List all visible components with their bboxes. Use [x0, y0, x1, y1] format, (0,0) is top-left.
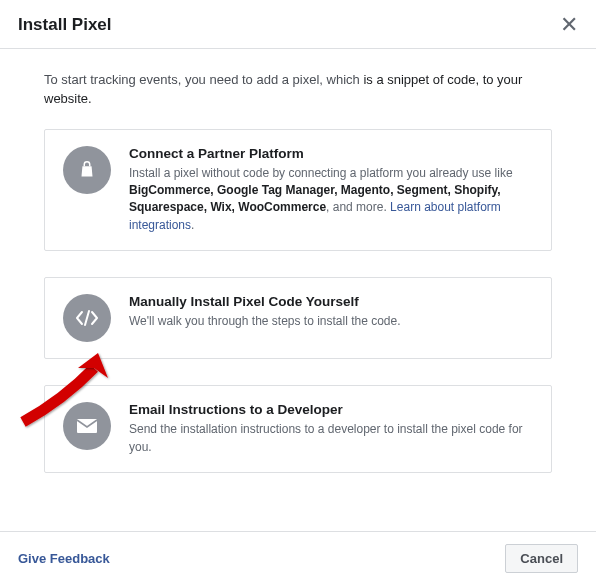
intro-pre: To start tracking events, you need to ad… — [44, 72, 363, 87]
cancel-button[interactable]: Cancel — [505, 544, 578, 573]
card-text: Connect a Partner Platform Install a pix… — [129, 146, 533, 235]
card-title: Email Instructions to a Developer — [129, 402, 533, 417]
install-pixel-modal: Install Pixel ✕ To start tracking events… — [0, 0, 596, 585]
code-icon — [63, 294, 111, 342]
modal-footer: Give Feedback Cancel — [0, 531, 596, 585]
modal-body-scroll[interactable]: To start tracking events, you need to ad… — [0, 49, 596, 531]
modal-header: Install Pixel ✕ — [0, 0, 596, 49]
card-title: Connect a Partner Platform — [129, 146, 533, 161]
envelope-icon — [63, 402, 111, 450]
card-text: Email Instructions to a Developer Send t… — [129, 402, 533, 456]
modal-body: To start tracking events, you need to ad… — [0, 49, 588, 519]
modal-title: Install Pixel — [18, 15, 112, 35]
close-icon[interactable]: ✕ — [560, 14, 578, 36]
card-desc: We'll walk you through the steps to inst… — [129, 313, 533, 330]
bag-icon — [63, 146, 111, 194]
give-feedback-link[interactable]: Give Feedback — [18, 551, 110, 566]
svg-rect-0 — [77, 419, 97, 433]
option-partner-platform[interactable]: Connect a Partner Platform Install a pix… — [44, 129, 552, 252]
card-title: Manually Install Pixel Code Yourself — [129, 294, 533, 309]
option-email-developer[interactable]: Email Instructions to a Developer Send t… — [44, 385, 552, 473]
intro-text: To start tracking events, you need to ad… — [44, 71, 552, 109]
desc-post: . — [191, 218, 194, 232]
option-manual-install[interactable]: Manually Install Pixel Code Yourself We'… — [44, 277, 552, 359]
card-desc: Send the installation instructions to a … — [129, 421, 533, 456]
desc-mid: , and more. — [326, 200, 390, 214]
card-text: Manually Install Pixel Code Yourself We'… — [129, 294, 533, 342]
card-desc: Install a pixel without code by connecti… — [129, 165, 533, 235]
desc-pre: Install a pixel without code by connecti… — [129, 166, 513, 180]
